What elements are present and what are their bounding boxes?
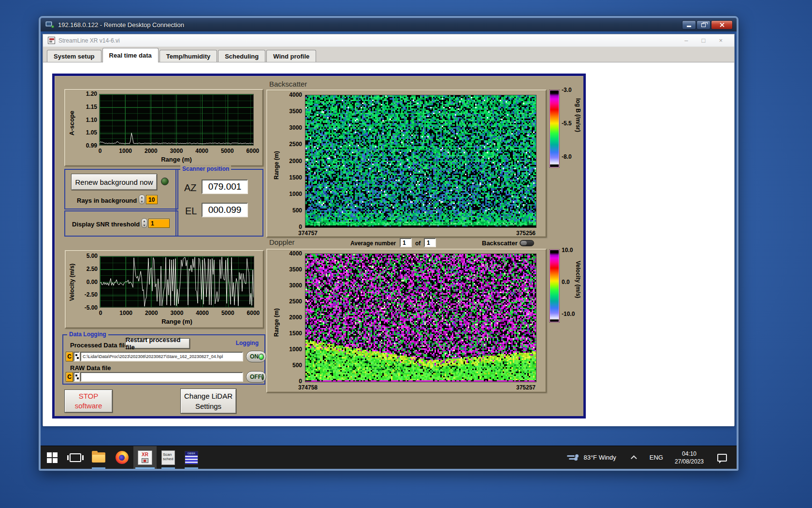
az-value-field: 079.001	[202, 179, 248, 194]
change-lidar-settings-button[interactable]: Change LiDAR Settings	[180, 388, 236, 414]
snr-spinner[interactable]: ▲▼	[141, 218, 147, 228]
velocity-graph-frame: Velocity (m/s) 5.002.500.00-2.50-5.00 01…	[65, 250, 264, 329]
start-button[interactable]	[41, 446, 64, 469]
raw-drive-box[interactable]: C	[66, 372, 73, 382]
background-controls-box: Renew background now Rays in background …	[64, 169, 178, 209]
doppler-title: Doppler	[269, 238, 295, 246]
rdp-titlebar[interactable]: 192.168.0.122 - Remote Desktop Connectio…	[41, 18, 737, 31]
real-time-data-page: A-scope 1.201.151.101.050.99 01000200030…	[43, 62, 734, 426]
average-number-label: Average number	[350, 240, 396, 247]
labview-vi-icon	[48, 37, 55, 44]
backscatter-toggle-label: Backscatter	[482, 239, 518, 247]
raw-path-field[interactable]	[80, 372, 243, 382]
doppler-colorbar	[550, 250, 559, 322]
ascope-y-ticks: 1.201.151.101.050.99	[76, 90, 97, 149]
renew-background-led	[161, 178, 169, 185]
rdp-window: 192.168.0.122 - Remote Desktop Connectio…	[39, 16, 739, 471]
velocity-x-ticks: 0100020003000400050006000	[91, 310, 263, 316]
weather-widget[interactable]: 83°F Windy	[583, 454, 616, 461]
windows-start-icon	[47, 452, 58, 463]
app-close-button[interactable]: ×	[719, 37, 723, 44]
firefox-button[interactable]	[110, 446, 133, 469]
el-label: EL	[185, 206, 197, 217]
restore-icon	[701, 23, 706, 27]
tab-scheduling[interactable]: Scheduling	[218, 50, 265, 62]
file-explorer-button[interactable]	[87, 446, 110, 469]
backscatter-y-axis-label: Range (m)	[273, 144, 280, 187]
app-restore-button[interactable]: □	[702, 37, 706, 44]
tab-real-time-data[interactable]: Real time data	[102, 48, 159, 62]
backscatter-heatmap	[305, 95, 536, 228]
stop-software-button[interactable]: STOP software	[64, 389, 113, 413]
ascope-trace	[100, 94, 253, 145]
backscatter-colorbar	[550, 90, 559, 167]
firefox-icon	[116, 451, 129, 464]
processed-logging-led	[259, 354, 264, 360]
doppler-colorbar-ticks: 10.00.0-10.0	[562, 247, 575, 317]
snr-threshold-box: Display SNR threshold ▲▼ 1	[64, 210, 178, 237]
rays-spinner[interactable]: ▲▼	[139, 194, 145, 204]
task-view-button[interactable]	[64, 446, 87, 469]
backscatter-colorbar-ticks: -3.0-5.5-8.0	[562, 87, 572, 160]
tray-overflow-chevron-icon[interactable]	[631, 455, 637, 462]
scanner-position-title: Scanner position	[180, 165, 231, 172]
restart-processed-file-button[interactable]: Restart processed file	[125, 338, 190, 349]
rdp-app-icon	[45, 21, 54, 28]
clock-date: 27/08/2023	[675, 458, 704, 465]
streamline-xr-icon: XR	[138, 450, 152, 465]
ascope-x-ticks: 0100020003000400050006000	[90, 148, 262, 154]
processed-drive-box[interactable]: C	[66, 352, 73, 361]
geek-app-button[interactable]: GEEK	[180, 446, 203, 469]
on-label: ON	[250, 353, 259, 360]
rays-value-field[interactable]: 10	[146, 195, 158, 204]
file-explorer-icon	[92, 452, 105, 463]
action-center-icon[interactable]	[717, 454, 727, 462]
rays-in-background-label: Rays in background	[77, 197, 137, 204]
rdp-close-button[interactable]	[711, 20, 733, 30]
backscatter-x-start: 374757	[298, 230, 318, 237]
az-label: AZ	[184, 182, 197, 194]
backscatter-x-end: 375256	[502, 230, 536, 237]
processed-path-field[interactable]: C:\Lidar\Data\Proc\2023\202308\20230827\…	[80, 352, 243, 361]
doppler-x-end: 375257	[502, 384, 536, 391]
velocity-trace	[100, 256, 254, 307]
raw-browse-icon[interactable]	[73, 372, 80, 382]
weather-wind-icon	[567, 454, 579, 462]
processed-logging-on-button[interactable]: ON	[246, 351, 266, 362]
tab-temp-humidity[interactable]: Temp/humidity	[160, 50, 217, 62]
raw-data-file-label: RAW Data file	[70, 364, 111, 372]
streamline-app-window: StreamLine XR v14-6.vi – □ × System setu…	[43, 34, 735, 426]
rdp-restore-button[interactable]	[696, 20, 710, 30]
backscatter-toggle[interactable]	[520, 240, 534, 246]
app-minimize-button[interactable]: –	[684, 37, 688, 44]
doppler-y-axis-label: Range (m)	[273, 301, 280, 344]
raw-logging-off-button[interactable]: OFF	[246, 371, 266, 383]
scan-scheduler-button[interactable]: Scan sched	[157, 446, 180, 469]
doppler-graph-frame: Range (m) 400035003000250020001500100050…	[266, 249, 547, 393]
scanner-position-box: Scanner position AZ 079.001 EL 000.099	[175, 169, 263, 237]
rdp-minimize-button[interactable]	[682, 20, 696, 30]
tab-system-setup[interactable]: System setup	[47, 50, 102, 62]
processed-browse-icon[interactable]	[73, 352, 80, 361]
velocity-y-ticks: 5.002.500.00-2.50-5.00	[76, 253, 98, 311]
task-view-icon	[70, 453, 81, 462]
backscatter-colorbar-label: log B (/m/sr)	[575, 98, 581, 132]
close-icon	[719, 22, 725, 28]
scan-scheduler-icon: Scan sched	[161, 450, 175, 465]
data-logging-title: Data Logging	[67, 331, 108, 338]
remote-desktop-background: 192.168.0.122 - Remote Desktop Connectio…	[0, 0, 812, 508]
taskbar-clock[interactable]: 04:10 27/08/2023	[675, 450, 704, 465]
tab-wind-profile[interactable]: Wind profile	[266, 50, 316, 62]
app-titlebar[interactable]: StreamLine XR v14-6.vi – □ ×	[43, 34, 734, 47]
off-label: OFF	[250, 374, 261, 380]
average-total-field[interactable]: 1	[424, 238, 436, 247]
language-indicator[interactable]: ENG	[650, 454, 663, 461]
average-number-field[interactable]: 1	[400, 238, 412, 247]
streamline-xr-button[interactable]: XR	[133, 446, 157, 469]
velocity-plot-area	[100, 256, 254, 308]
renew-background-button[interactable]: Renew background now	[71, 174, 157, 190]
doppler-y-ticks: 40003500300025002000150010005000	[282, 250, 302, 385]
snr-value-field[interactable]: 1	[148, 219, 170, 228]
ascope-x-axis-label: Range (m)	[99, 156, 254, 163]
app-window-title: StreamLine XR v14-6.vi	[58, 37, 120, 44]
